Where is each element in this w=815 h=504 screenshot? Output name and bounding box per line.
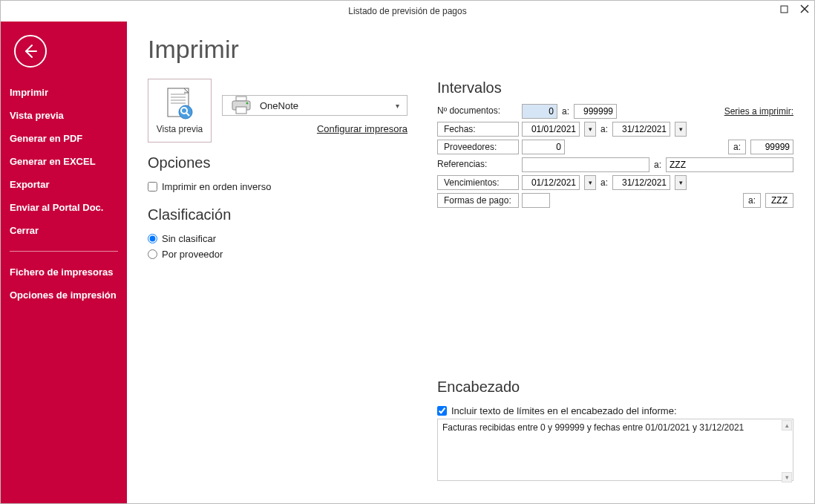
vencimientos-button[interactable]: Vencimientos: <box>437 175 519 190</box>
sidebar-separator <box>10 251 118 252</box>
printer-name: OneNote <box>260 100 388 111</box>
svg-rect-14 <box>236 107 246 114</box>
sidebar-item-generar-excel[interactable]: Generar en EXCEL <box>1 150 127 173</box>
vista-previa-label: Vista previa <box>157 124 203 134</box>
clasificacion-title: Clasificación <box>148 206 408 223</box>
sidebar-item-exportar[interactable]: Exportar <box>1 173 127 196</box>
vencimientos-to-dropdown[interactable]: ▾ <box>675 175 687 190</box>
textarea-scroll-down[interactable]: ▾ <box>782 472 792 482</box>
vista-previa-button[interactable]: Vista previa <box>148 79 212 143</box>
printer-icon <box>230 96 252 115</box>
clasif-sin-clasificar[interactable]: Sin clasificar <box>148 231 408 246</box>
sidebar-item-enviar-portal[interactable]: Enviar al Portal Doc. <box>1 196 127 219</box>
fechas-from-dropdown[interactable]: ▾ <box>584 122 596 137</box>
vencimientos-to[interactable] <box>612 175 670 190</box>
svg-rect-12 <box>236 96 246 101</box>
proveedores-from[interactable] <box>522 140 565 154</box>
proveedores-a-button[interactable]: a: <box>728 140 746 154</box>
page-title: Imprimir <box>148 35 408 64</box>
titlebar: Listado de previsión de pagos <box>1 1 814 22</box>
proveedores-button[interactable]: Proveedores: <box>437 140 519 154</box>
reverse-order-checkbox[interactable]: Imprimir en orden inverso <box>148 179 408 194</box>
formas-pago-a-button[interactable]: a: <box>743 193 761 208</box>
fechas-to-dropdown[interactable]: ▾ <box>675 122 687 137</box>
referencias-a-label: a: <box>654 160 661 170</box>
referencias-label: Referencias: <box>437 157 519 172</box>
printer-selector[interactable]: OneNote ▾ <box>222 95 408 116</box>
a-label-2: a: <box>600 124 608 134</box>
formas-pago-from[interactable] <box>522 193 550 208</box>
n-documentos-label: Nº documentos: <box>437 104 519 119</box>
configure-printer-link[interactable]: Configurar impresora <box>222 123 408 134</box>
window-restore-button[interactable] <box>777 2 791 16</box>
clasif-radio-1[interactable] <box>148 234 157 243</box>
clasif-por-proveedor[interactable]: Por proveedor <box>148 246 408 262</box>
window-close-button[interactable] <box>798 2 811 16</box>
formas-pago-button[interactable]: Formas de pago: <box>437 193 519 208</box>
incluir-limites-label: Incluir texto de límites en el encabezad… <box>451 405 677 416</box>
referencias-from[interactable] <box>522 157 649 172</box>
formas-pago-to[interactable] <box>765 193 793 208</box>
vencimientos-from[interactable] <box>522 175 580 190</box>
intervalos-title: Intervalos <box>437 79 793 96</box>
n-documentos-to[interactable] <box>574 104 617 119</box>
back-button[interactable] <box>14 35 47 68</box>
proveedores-to[interactable] <box>750 140 793 154</box>
document-preview-icon <box>163 87 196 122</box>
a-label-3: a: <box>600 177 608 188</box>
window-title: Listado de previsión de pagos <box>348 6 466 16</box>
sidebar-item-vista-previa[interactable]: Vista previa <box>1 104 127 127</box>
opciones-title: Opciones <box>148 154 408 171</box>
textarea-scroll-up[interactable]: ▴ <box>782 420 792 431</box>
referencias-to[interactable] <box>666 157 793 172</box>
series-a-imprimir-link[interactable]: Series a imprimir: <box>724 106 793 117</box>
clasif-label-2: Por proveedor <box>162 249 223 260</box>
reverse-order-label: Imprimir en orden inverso <box>162 181 271 192</box>
fechas-to[interactable] <box>612 122 670 137</box>
sidebar-item-fichero-impresoras[interactable]: Fichero de impresoras <box>1 261 127 284</box>
encabezado-text[interactable] <box>437 419 793 481</box>
sidebar: Imprimir Vista previa Generar en PDF Gen… <box>1 22 127 504</box>
encabezado-title: Encabezado <box>437 379 793 396</box>
reverse-order-input[interactable] <box>148 182 157 192</box>
fechas-from[interactable] <box>522 122 580 137</box>
incluir-limites-checkbox[interactable]: Incluir texto de límites en el encabezad… <box>437 403 793 419</box>
sidebar-item-generar-pdf[interactable]: Generar en PDF <box>1 127 127 150</box>
clasif-radio-2[interactable] <box>148 249 157 259</box>
sidebar-item-cerrar[interactable]: Cerrar <box>1 219 127 242</box>
fechas-button[interactable]: Fechas: <box>437 122 519 137</box>
n-documentos-from[interactable] <box>522 104 557 119</box>
svg-point-15 <box>246 102 249 105</box>
sidebar-item-imprimir[interactable]: Imprimir <box>1 81 127 104</box>
incluir-limites-input[interactable] <box>437 406 447 416</box>
clasif-label-1: Sin clasificar <box>162 233 216 244</box>
a-label-1: a: <box>562 106 569 117</box>
sidebar-item-opciones-impresion[interactable]: Opciones de impresión <box>1 284 127 307</box>
vencimientos-from-dropdown[interactable]: ▾ <box>584 175 596 190</box>
chevron-down-icon: ▾ <box>396 102 399 110</box>
svg-rect-0 <box>781 6 788 13</box>
